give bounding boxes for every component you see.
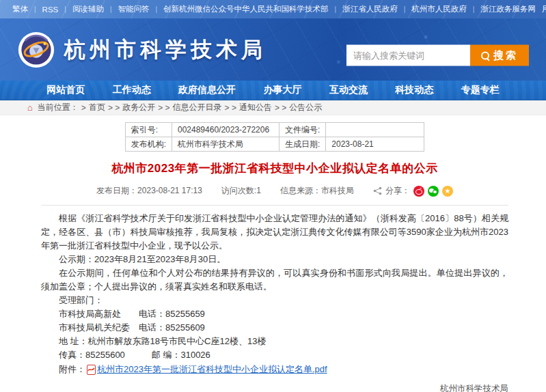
share-bar: 分享： ★ [373, 185, 453, 197]
contact-line: 传真：85255600 邮 编：310026 [41, 348, 508, 362]
share-icon [373, 186, 382, 195]
breadcrumb-separator: > [81, 103, 86, 113]
breadcrumb: ⌂ 当前位置： > 首页 > > 政务公开 > > 信息公开目录 > > 通知公… [0, 100, 546, 115]
breadcrumb-separator: > > [108, 103, 120, 113]
topbar-link-zj-gov[interactable]: 浙江省人民政府 [342, 4, 398, 14]
nav-item-work-news[interactable]: 工作动态 [113, 84, 151, 96]
site-banner: 杭州市科学技术局 搜索 [0, 18, 546, 81]
attachment-label: 附件： [59, 363, 85, 376]
issuing-agency-value: 杭州市科学技术局 [172, 137, 279, 152]
weibo-share-icon[interactable] [413, 186, 424, 197]
index-number-label: 索引号: [125, 123, 172, 137]
site-title: 杭州市科学技术局 [64, 36, 267, 64]
paragraph: 根据《浙江省科学技术厅关于印发浙江省科技型中小企业认定管理办法的通知》（浙科发高… [41, 212, 508, 253]
article-meta: 发布日期：2023-08-21 17:13 访问次数:1 信息来源：市科技局 分… [41, 185, 508, 197]
separator: | [404, 5, 406, 13]
qzone-share-icon[interactable]: ★ [442, 186, 453, 197]
search-input[interactable] [346, 45, 470, 66]
topbar-link-most[interactable]: 中华人民共和国科学技术部 [234, 4, 329, 14]
breadcrumb-separator: > > [158, 103, 169, 113]
main-nav: 网站首页 工作动态 政府信息公开 办事大厅 互动交流 科技动态 专题专栏 [0, 81, 546, 100]
topbar-link-traditional[interactable]: 繁体 [12, 4, 28, 14]
signature-org: 杭州市科学技术局 [41, 381, 508, 392]
topbar-link-wechat-account[interactable]: 创新杭州微信公众号 [163, 4, 234, 14]
topbar-link-reading-aid[interactable]: 阅读辅助 [72, 4, 104, 14]
info-source: 信息来源：市科技局 [280, 185, 354, 197]
breadcrumb-item-info-catalog[interactable]: 信息公开目录 [173, 102, 222, 113]
contact-line: 市科技局高新处 电话：85255659 [41, 307, 508, 321]
paragraph: 受理部门： [41, 294, 508, 307]
search-icon [481, 51, 489, 59]
breadcrumb-prefix: 当前位置： [38, 102, 79, 113]
table-row: 索引号: 002489460/2023-272206 文件编号: [125, 123, 424, 137]
home-icon: ⌂ [27, 103, 33, 112]
separator: | [473, 5, 475, 13]
search-button[interactable]: 搜索 [470, 45, 529, 66]
separator: | [335, 5, 337, 13]
nav-item-home[interactable]: 网站首页 [46, 84, 85, 96]
topbar-link-rss[interactable]: RSS [42, 5, 59, 14]
separator: | [34, 5, 36, 13]
wechat-share-icon[interactable] [428, 186, 439, 197]
pdf-icon [87, 365, 96, 375]
article-title: 杭州市2023年第一批浙江省科技型中小企业拟认定名单的公示 [41, 160, 508, 176]
top-utility-bar: 繁体 | RSS | 阅读辅助 | 智能问答 | 创新杭州微信公众号 中华人民共… [0, 0, 546, 18]
breadcrumb-separator: > > [225, 103, 236, 113]
site-search: 搜索 [346, 45, 529, 66]
contact-line: 市科技局机关纪委 电话：85255609 [41, 321, 508, 335]
table-row: 发布机构: 杭州市科学技术局 生成日期: 2023-08-21 [125, 137, 424, 152]
topbar-link-hz-gov[interactable]: 杭州市人民政府 [411, 4, 467, 14]
separator: | [110, 5, 112, 13]
meta-divider [41, 205, 508, 206]
breadcrumb-item-notices[interactable]: 通知公告 [239, 102, 272, 113]
file-number-label: 文件编号: [279, 123, 326, 137]
document-info-table: 索引号: 002489460/2023-272206 文件编号: 发布机构: 杭… [125, 122, 425, 152]
topbar-right-links: 中华人民共和国科学技术部 | 浙江省人民政府 | 杭州市人民政府 | 浙江政务服… [234, 4, 546, 14]
paragraph: 在公示期间，任何单位和个人对公布的结果持有异议的，可以真实身份和书面形式向我局提… [41, 266, 508, 294]
breadcrumb-separator: > > [275, 103, 286, 113]
site-logo-icon[interactable] [18, 31, 55, 68]
separator: | [155, 5, 157, 13]
issuing-agency-label: 发布机构: [125, 137, 172, 152]
site-brand: 杭州市科学技术局 [18, 31, 267, 68]
file-number-value [326, 123, 424, 137]
nav-item-tech-news[interactable]: 科技动态 [395, 84, 433, 96]
separator: | [64, 5, 66, 13]
nav-item-service-hall[interactable]: 办事大厅 [263, 84, 301, 96]
nav-item-interaction[interactable]: 互动交流 [329, 84, 368, 96]
breadcrumb-item-home[interactable]: 首页 [89, 102, 105, 113]
visit-count: 访问次数:1 [221, 185, 261, 197]
article-body: 根据《浙江省科学技术厅关于印发浙江省科技型中小企业认定管理办法的通知》（浙科发高… [41, 212, 508, 362]
article-page: 索引号: 002489460/2023-272206 文件编号: 发布机构: 杭… [0, 115, 546, 392]
breadcrumb-item-public-notice[interactable]: 公告公示 [289, 102, 322, 113]
attachment-line: 附件： 杭州市2023年第一批浙江省科技型中小企业拟认定名单.pdf [41, 363, 508, 376]
topbar-link-smart-qa[interactable]: 智能问答 [118, 4, 149, 14]
breadcrumb-item-gov-affairs[interactable]: 政务公开 [122, 102, 155, 113]
index-number-value: 002489460/2023-272206 [172, 123, 279, 137]
search-button-label: 搜索 [493, 49, 518, 62]
signature-block: 杭州市科学技术局 2023年8月21日 [41, 381, 508, 392]
nav-item-special-topics[interactable]: 专题专栏 [461, 84, 500, 96]
contact-line: 地 址：杭州市解放东路18号市民中心C座12楼、13楼 [41, 335, 508, 348]
publish-date: 发布日期：2023-08-21 17:13 [96, 185, 202, 197]
paragraph: 公示期：2023年8月21至2023年8月30日。 [41, 253, 508, 266]
attachment-link[interactable]: 杭州市2023年第一批浙江省科技型中小企业拟认定名单.pdf [97, 363, 327, 376]
generation-date-label: 生成日期: [279, 137, 326, 152]
topbar-link-user-center[interactable]: 用户中心 [542, 4, 546, 14]
nav-item-gov-info[interactable]: 政府信息公开 [178, 84, 236, 96]
topbar-left-links: 繁体 | RSS | 阅读辅助 | 智能问答 | 创新杭州微信公众号 [12, 4, 234, 14]
share-label: 分享： [385, 185, 410, 197]
topbar-link-zj-service[interactable]: 浙江政务服务网 [480, 4, 536, 14]
generation-date-value: 2023-08-21 [326, 137, 424, 152]
